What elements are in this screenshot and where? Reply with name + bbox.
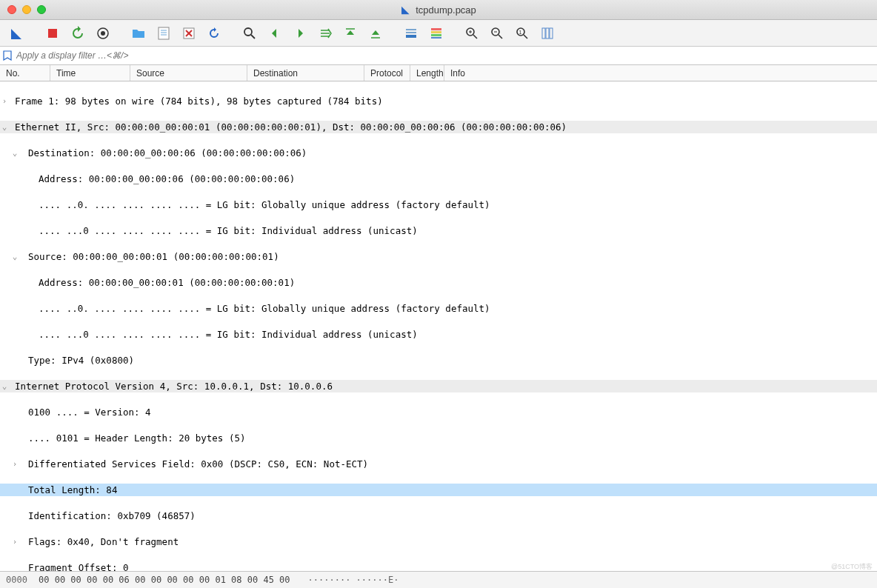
collapse-icon[interactable]: ⌄: [10, 147, 19, 160]
svg-line-11: [251, 35, 255, 39]
toolbar: 1: [0, 20, 877, 47]
display-filter-input[interactable]: [16, 50, 874, 61]
go-forward-button[interactable]: [289, 23, 311, 44]
tree-field-selected[interactable]: Total Length: 84: [28, 484, 117, 497]
expand-icon[interactable]: ›: [10, 458, 19, 471]
svg-rect-16: [406, 35, 416, 38]
tree-field[interactable]: Frame 1: 98 bytes on wire (784 bits), 98…: [15, 95, 383, 108]
restart-capture-button[interactable]: [67, 23, 89, 44]
hex-ascii: ········ ······E·: [308, 575, 399, 585]
tree-field[interactable]: Address: 00:00:00_00:00:06 (00:00:00:00:…: [39, 173, 295, 186]
svg-rect-18: [431, 31, 441, 33]
reload-file-button[interactable]: [203, 23, 225, 44]
tree-field[interactable]: Ethernet II, Src: 00:00:00_00:00:01 (00:…: [15, 121, 567, 134]
hex-bytes: 00 00 00 00 00 06 00 00 00 00 00 01 08 0…: [39, 575, 308, 585]
resize-columns-button[interactable]: [536, 23, 558, 44]
tree-field[interactable]: 0100 .... = Version: 4: [28, 406, 151, 419]
bookmark-icon[interactable]: [3, 50, 12, 61]
zoom-reset-button[interactable]: 1: [511, 23, 533, 44]
tree-field[interactable]: Source: 00:00:00_00:00:01 (00:00:00:00:0…: [28, 250, 279, 264]
svg-point-10: [244, 28, 252, 36]
capture-options-button[interactable]: [92, 23, 114, 44]
collapse-icon[interactable]: ⌄: [0, 380, 9, 393]
titlebar: tcpdump.pcap: [0, 0, 877, 20]
find-packet-button[interactable]: [239, 23, 261, 44]
svg-rect-15: [406, 32, 416, 33]
tree-field[interactable]: Identification: 0xb709 (46857): [28, 510, 196, 523]
tree-field[interactable]: .... ..0. .... .... .... .... = LG bit: …: [39, 302, 490, 315]
svg-text:1: 1: [519, 30, 522, 35]
tree-field[interactable]: Fragment Offset: 0: [28, 561, 128, 572]
col-length[interactable]: Length: [410, 65, 444, 81]
svg-rect-19: [431, 34, 441, 36]
tree-field[interactable]: Address: 00:00:00_00:00:01 (00:00:00:00:…: [39, 276, 295, 290]
zoom-out-button[interactable]: [486, 23, 508, 44]
go-back-button[interactable]: [264, 23, 286, 44]
col-info[interactable]: Info: [444, 65, 877, 81]
tree-field[interactable]: Type: IPv4 (0x0800): [28, 354, 134, 367]
svg-rect-14: [406, 29, 416, 30]
window-minimize-button[interactable]: [22, 5, 31, 14]
stop-capture-button[interactable]: [41, 23, 64, 44]
tree-field[interactable]: .... ..0. .... .... .... .... = LG bit: …: [39, 198, 490, 212]
collapse-icon[interactable]: ⌄: [10, 250, 19, 264]
save-file-button[interactable]: [153, 23, 175, 44]
col-no[interactable]: No.: [0, 65, 50, 81]
packet-details-tree[interactable]: ›Frame 1: 98 bytes on wire (784 bits), 9…: [0, 81, 877, 571]
filter-bar: [0, 47, 877, 65]
svg-rect-0: [48, 29, 57, 38]
tree-field[interactable]: .... ...0 .... .... .... .... = IG bit: …: [39, 328, 418, 341]
window-maximize-button[interactable]: [37, 5, 46, 14]
packet-list-header: No. Time Source Destination Protocol Len…: [0, 65, 877, 81]
col-protocol[interactable]: Protocol: [364, 65, 410, 81]
collapse-icon[interactable]: ⌄: [0, 121, 9, 134]
tree-field[interactable]: Destination: 00:00:00_00:00:06 (00:00:00…: [28, 147, 307, 160]
window-close-button[interactable]: [7, 5, 16, 14]
col-destination[interactable]: Destination: [247, 65, 364, 81]
close-file-button[interactable]: [178, 23, 200, 44]
open-file-button[interactable]: [127, 23, 150, 44]
svg-rect-3: [159, 27, 169, 39]
expand-icon[interactable]: ›: [10, 535, 19, 549]
svg-rect-32: [546, 28, 549, 39]
expand-icon[interactable]: ›: [0, 95, 9, 108]
svg-rect-33: [550, 28, 553, 39]
svg-line-22: [473, 35, 477, 39]
hex-offset: 0000: [0, 575, 39, 585]
auto-scroll-button[interactable]: [400, 23, 422, 44]
window-title: tcpdump.pcap: [416, 4, 476, 16]
app-logo-icon[interactable]: [6, 23, 28, 44]
tree-field[interactable]: Differentiated Services Field: 0x00 (DSC…: [28, 458, 368, 471]
svg-rect-17: [431, 28, 441, 30]
tree-field[interactable]: Internet Protocol Version 4, Src: 10.0.0…: [15, 380, 333, 393]
colorize-button[interactable]: [425, 23, 447, 44]
col-time[interactable]: Time: [50, 65, 130, 81]
svg-rect-20: [431, 37, 441, 39]
svg-rect-31: [542, 28, 545, 39]
tree-field[interactable]: Flags: 0x40, Don't fragment: [28, 535, 179, 549]
svg-point-2: [101, 31, 105, 36]
go-to-packet-button[interactable]: [314, 23, 336, 44]
zoom-in-button[interactable]: [461, 23, 483, 44]
go-last-button[interactable]: [364, 23, 387, 44]
col-source[interactable]: Source: [130, 65, 247, 81]
go-first-button[interactable]: [339, 23, 361, 44]
app-fin-icon: [401, 4, 411, 15]
hex-pane[interactable]: 0000 00 00 00 00 00 06 00 00 00 00 00 01…: [0, 571, 877, 588]
tree-field[interactable]: .... ...0 .... .... .... .... = IG bit: …: [39, 224, 418, 238]
tree-field[interactable]: .... 0101 = Header Length: 20 bytes (5): [28, 432, 246, 445]
svg-line-29: [524, 35, 527, 39]
svg-line-26: [498, 35, 502, 39]
watermark: @51CTO博客: [831, 562, 873, 572]
